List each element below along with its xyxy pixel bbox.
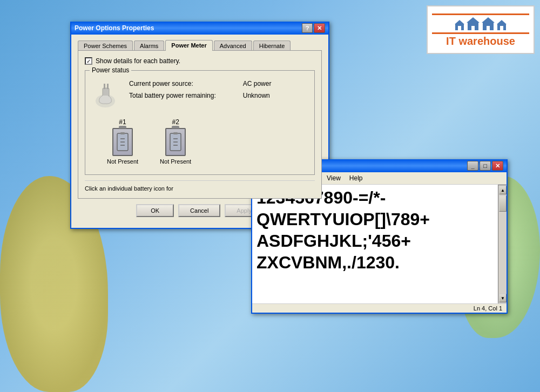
titlebar-buttons: ? ✕ (302, 23, 325, 33)
logo-box: IT warehouse (427, 5, 535, 54)
power-dialog-titlebar: Power Options Properties ? ✕ (71, 22, 328, 35)
scrollbar-thumb[interactable] (499, 195, 507, 212)
notepad-scrollbar[interactable]: ▲ ▼ (498, 185, 507, 303)
show-details-row: ✓ Show details for each battery. (85, 57, 315, 65)
battery-1-item: #1 Not Present (107, 118, 138, 165)
svg-rect-3 (107, 84, 109, 89)
tab-power-meter[interactable]: Power Meter (165, 40, 212, 51)
logo-roof-1 (455, 20, 464, 24)
logo-body-4 (497, 24, 506, 30)
logo-house-3 (482, 17, 495, 30)
help-button[interactable]: ? (302, 23, 313, 33)
bottom-info-text: Click an individual battery icon for (85, 180, 315, 192)
power-status-group: Power status Current power sou (85, 70, 315, 175)
notepad-titlebar-buttons: _ □ ✕ (467, 161, 503, 171)
notepad-close-button[interactable]: ✕ (492, 161, 503, 171)
menu-help[interactable]: Help (345, 173, 367, 183)
battery-2-num: #2 (172, 118, 179, 126)
scrollbar-up-arrow[interactable]: ▲ (499, 186, 507, 194)
notepad-main: 1234567890-=/*- QWERTYUIOP[]\789+ ASDFGH… (252, 185, 507, 303)
tab-advanced[interactable]: Advanced (214, 40, 252, 51)
svg-rect-10 (173, 132, 178, 134)
scrollbar-down-arrow[interactable]: ▼ (499, 294, 507, 302)
battery-1-num: #1 (119, 118, 126, 126)
notepad-line-3: ASDFGHJKL;'456+ (256, 230, 502, 252)
svg-rect-2 (104, 84, 105, 89)
logo-body-1 (455, 24, 464, 30)
power-dialog-title: Power Options Properties (75, 24, 154, 32)
tab-content: ✓ Show details for each battery. Power s… (78, 50, 322, 199)
group-label: Power status (90, 66, 131, 74)
notepad-maximize-button[interactable]: □ (480, 161, 491, 171)
logo-house-1 (455, 20, 464, 30)
total-battery-label: Total battery power remaining: (129, 90, 216, 102)
notepad-text-area: 1234567890-=/*- QWERTYUIOP[]\789+ ASDFGH… (252, 185, 507, 303)
logo-roof-3 (482, 17, 495, 23)
logo-door-4 (500, 26, 503, 30)
power-plug-icon (91, 78, 120, 113)
notepad-content[interactable]: 1234567890-=/*- QWERTYUIOP[]\789+ ASDFGH… (252, 185, 507, 303)
power-labels: Current power source: Total battery powe… (129, 78, 216, 102)
logo-body-3 (483, 23, 494, 30)
battery-2-item: #2 Not Present (160, 118, 191, 165)
logo-roof-4 (497, 20, 507, 24)
power-options-dialog: Power Options Properties ? ✕ Power Schem… (70, 22, 329, 229)
logo-door-3 (487, 26, 490, 30)
battery-1-icon[interactable] (112, 128, 133, 156)
logo-text: IT warehouse (446, 35, 515, 48)
titlebar-left: Power Options Properties (75, 24, 154, 32)
bottom-text: Click an individual battery icon for (85, 185, 173, 192)
current-source-value: AC power (243, 78, 272, 90)
logo-door-2 (471, 26, 475, 30)
cancel-button[interactable]: Cancel (178, 204, 220, 217)
ok-button[interactable]: OK (136, 204, 174, 217)
notepad-statusbar: Ln 4, Col 1 (252, 303, 507, 313)
notepad-line-4: ZXCVBNM,./1230. (256, 252, 502, 273)
statusbar-text: Ln 4, Col 1 (474, 305, 502, 312)
battery-row: #1 Not Present (91, 113, 309, 170)
close-button[interactable]: ✕ (314, 23, 325, 33)
logo-line-top (432, 13, 529, 15)
logo-houses (455, 17, 507, 30)
logo-door-1 (458, 26, 461, 30)
logo-house-2 (467, 17, 480, 30)
battery-2-label: Not Present (160, 158, 191, 165)
current-source-label: Current power source: (129, 78, 216, 90)
menu-view[interactable]: View (322, 173, 345, 183)
tabs-row: Power Schemes Alarms Power Meter Advance… (78, 40, 322, 51)
logo-body-2 (468, 23, 478, 30)
notepad-minimize-button[interactable]: _ (467, 161, 478, 171)
battery-2-icon[interactable] (165, 128, 186, 156)
logo-line-bottom (432, 32, 529, 34)
show-details-label: Show details for each battery. (96, 57, 180, 65)
tab-power-schemes[interactable]: Power Schemes (78, 40, 133, 51)
tab-alarms[interactable]: Alarms (134, 40, 164, 51)
show-details-checkbox[interactable]: ✓ (85, 57, 92, 65)
svg-rect-5 (120, 132, 125, 134)
logo-house-4 (497, 20, 507, 30)
total-battery-value: Unknown (243, 90, 272, 102)
power-status-content: Current power source: Total battery powe… (91, 75, 309, 113)
battery-1-label: Not Present (107, 158, 138, 165)
power-values: AC power Unknown (243, 78, 272, 102)
tab-hibernate[interactable]: Hibernate (253, 40, 291, 51)
notepad-line-2: QWERTYUIOP[]\789+ (256, 208, 502, 230)
logo-roof-2 (467, 17, 480, 23)
